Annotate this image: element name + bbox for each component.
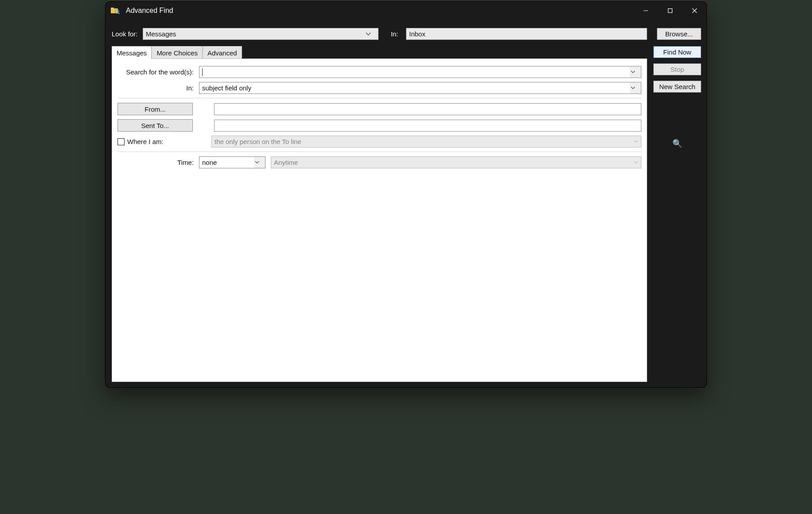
search-words-history-dropdown[interactable] xyxy=(630,66,641,78)
where-i-am-checkbox[interactable] xyxy=(117,138,125,145)
time-range-value: Anytime xyxy=(274,159,298,166)
chevron-down-icon xyxy=(634,161,638,164)
where-i-am-value: the only person on the To line xyxy=(215,138,301,145)
time-range-dropdown: Anytime xyxy=(271,156,641,168)
side-buttons: Find Now Stop New Search 🔍 xyxy=(653,46,701,382)
magnifier-icon: 🔍 xyxy=(672,139,682,148)
svg-rect-1 xyxy=(111,8,114,9)
window-controls xyxy=(633,2,707,19)
titlebar: Advanced Find xyxy=(105,2,707,19)
divider xyxy=(117,98,641,98)
look-for-value: Messages xyxy=(146,30,176,38)
look-for-label: Look for: xyxy=(112,30,139,38)
divider xyxy=(117,152,641,152)
browse-button[interactable]: Browse... xyxy=(657,28,701,40)
where-i-am-label: Where I am: xyxy=(127,138,164,145)
search-in-value: subject field only xyxy=(199,82,630,94)
messages-panel: Search for the word(s): xyxy=(112,58,647,382)
chevron-down-icon xyxy=(634,140,638,143)
tabs: Messages More Choices Advanced xyxy=(112,46,647,59)
find-now-button[interactable]: Find Now xyxy=(653,46,701,58)
time-field-value: none xyxy=(199,156,254,168)
new-search-button[interactable]: New Search xyxy=(653,81,701,93)
advanced-find-window: Advanced Find Look for: Messages In: Inb… xyxy=(105,2,707,387)
tab-advanced[interactable]: Advanced xyxy=(203,46,242,59)
app-folder-search-icon xyxy=(111,7,120,14)
chevron-down-icon xyxy=(631,70,640,74)
close-button[interactable] xyxy=(682,2,707,19)
look-for-dropdown[interactable]: Messages xyxy=(143,28,379,40)
maximize-button[interactable] xyxy=(658,2,682,19)
in-folder-label: In: xyxy=(390,30,399,38)
in-folder-value: Inbox xyxy=(409,30,426,38)
search-words-input[interactable] xyxy=(199,66,630,78)
search-words-label: Search for the word(s): xyxy=(117,68,196,76)
chevron-down-icon xyxy=(366,32,375,36)
in-folder-field[interactable]: Inbox xyxy=(406,28,647,40)
tab-more-choices[interactable]: More Choices xyxy=(152,46,203,59)
tab-messages[interactable]: Messages xyxy=(112,46,152,59)
svg-line-3 xyxy=(118,13,120,14)
search-in-dropdown[interactable] xyxy=(630,82,641,94)
sent-to-input[interactable] xyxy=(214,120,641,132)
svg-rect-5 xyxy=(668,9,672,13)
chevron-down-icon xyxy=(631,86,640,90)
minimize-button[interactable] xyxy=(633,2,658,19)
from-input[interactable] xyxy=(214,103,641,115)
sent-to-button[interactable]: Sent To... xyxy=(117,119,193,132)
stop-button[interactable]: Stop xyxy=(653,63,701,75)
toolbar: Look for: Messages In: Inbox Browse... xyxy=(105,19,707,46)
chevron-down-icon xyxy=(255,161,265,164)
text-cursor xyxy=(202,68,203,76)
from-button[interactable]: From... xyxy=(117,103,193,115)
window-title: Advanced Find xyxy=(126,7,173,15)
time-field-dropdown[interactable] xyxy=(254,156,265,168)
time-label: Time: xyxy=(117,159,196,166)
where-i-am-dropdown: the only person on the To line xyxy=(211,136,641,148)
search-in-label: In: xyxy=(117,84,196,92)
